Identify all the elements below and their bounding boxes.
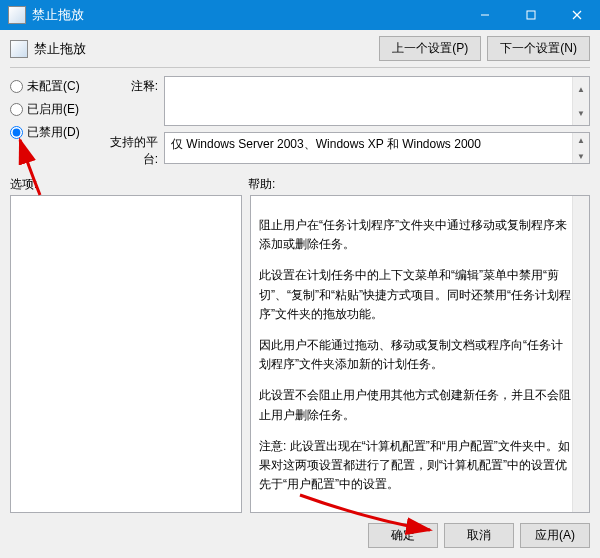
radio-enabled[interactable]: 已启用(E): [10, 101, 100, 118]
help-paragraph: 此设置在计划任务中的上下文菜单和“编辑”菜单中禁用“剪切”、“复制”和“粘贴”快…: [259, 266, 571, 324]
titlebar: 禁止拖放: [0, 0, 600, 30]
help-box: 阻止用户在“任务计划程序”文件夹中通过移动或复制程序来添加或删除任务。 此设置在…: [250, 195, 590, 513]
help-label: 帮助:: [248, 176, 590, 193]
maximize-button[interactable]: [508, 0, 554, 30]
help-paragraph: 阻止用户在“任务计划程序”文件夹中通过移动或复制程序来添加或删除任务。: [259, 216, 571, 254]
radio-disabled[interactable]: 已禁用(D): [10, 124, 100, 141]
divider: [10, 67, 590, 68]
svg-rect-1: [527, 11, 535, 19]
platform-value: 仅 Windows Server 2003、Windows XP 和 Windo…: [171, 137, 481, 151]
options-label: 选项:: [10, 176, 248, 193]
section-labels: 选项: 帮助:: [0, 168, 600, 195]
platform-field: 仅 Windows Server 2003、Windows XP 和 Windo…: [164, 132, 590, 164]
options-box: [10, 195, 242, 513]
comment-label: 注释:: [100, 76, 164, 95]
apply-button[interactable]: 应用(A): [520, 523, 590, 548]
radio-not-configured[interactable]: 未配置(C): [10, 78, 100, 95]
header-row: 禁止拖放 上一个设置(P) 下一个设置(N): [0, 30, 600, 63]
comment-field[interactable]: ▲▼: [164, 76, 590, 126]
footer: 确定 取消 应用(A): [0, 513, 600, 558]
help-scrollbar[interactable]: [572, 196, 589, 512]
platform-label: 支持的平台:: [100, 132, 164, 168]
policy-icon: [10, 40, 28, 58]
platform-scrollbar[interactable]: ▲▼: [572, 133, 589, 163]
fields: 注释: ▲▼ 支持的平台: 仅 Windows Server 2003、Wind…: [100, 76, 590, 168]
next-setting-button[interactable]: 下一个设置(N): [487, 36, 590, 61]
window-title: 禁止拖放: [32, 6, 462, 24]
state-radios: 未配置(C) 已启用(E) 已禁用(D): [10, 76, 100, 141]
help-paragraph: 此设置不会阻止用户使用其他方式创建新任务，并且不会阻止用户删除任务。: [259, 386, 571, 424]
ok-button[interactable]: 确定: [368, 523, 438, 548]
close-button[interactable]: [554, 0, 600, 30]
body-row: 阻止用户在“任务计划程序”文件夹中通过移动或复制程序来添加或删除任务。 此设置在…: [0, 195, 600, 513]
prev-setting-button[interactable]: 上一个设置(P): [379, 36, 481, 61]
cancel-button[interactable]: 取消: [444, 523, 514, 548]
config-area: 未配置(C) 已启用(E) 已禁用(D) 注释: ▲▼ 支持的平: [0, 76, 600, 168]
comment-scrollbar[interactable]: ▲▼: [572, 77, 589, 125]
help-paragraph: 因此用户不能通过拖动、移动或复制文档或程序向“任务计划程序”文件夹添加新的计划任…: [259, 336, 571, 374]
policy-dialog: 禁止拖放 禁止拖放 上一个设置(P) 下一个设置(N) 未配置(C): [0, 0, 600, 558]
help-paragraph: 注意: 此设置出现在“计算机配置”和“用户配置”文件夹中。如果对这两项设置都进行…: [259, 437, 571, 495]
policy-title: 禁止拖放: [34, 40, 379, 58]
minimize-button[interactable]: [462, 0, 508, 30]
app-icon: [8, 6, 26, 24]
